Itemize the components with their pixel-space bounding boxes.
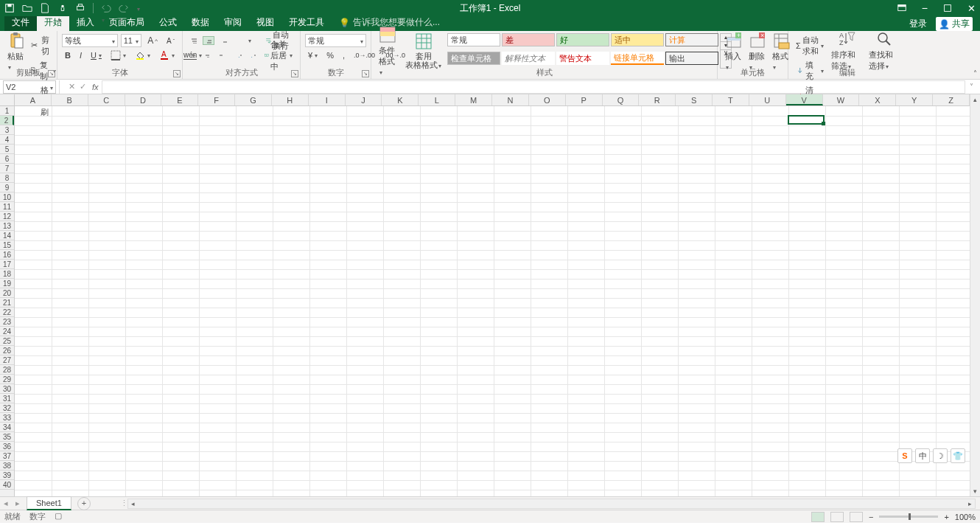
row-header[interactable]: 36 [0,442,14,451]
shrink-font-button[interactable]: Aˇ [164,35,178,46]
macro-record-icon[interactable]: ▢ [55,511,62,522]
row-header[interactable]: 7 [0,164,14,173]
row-header[interactable]: 23 [0,317,14,327]
align-middle-button[interactable] [203,36,215,46]
orientation-button[interactable]: ab [239,36,254,46]
enter-formula-button[interactable]: ✓ [80,82,86,91]
row-header[interactable]: 2 [0,116,14,125]
column-header[interactable]: T [713,94,749,105]
clipboard-launcher[interactable]: ↘ [48,70,55,77]
zoom-in-button[interactable]: + [944,513,948,521]
zoom-out-button[interactable]: − [869,513,873,521]
row-header[interactable]: 6 [0,154,14,164]
style-bad[interactable]: 差 [502,33,555,46]
decrease-indent-button[interactable] [234,52,245,60]
tab-insert[interactable]: 插入 [69,14,102,31]
row-header[interactable]: 21 [0,298,14,308]
tab-formulas[interactable]: 公式 [152,14,184,31]
add-sheet-button[interactable]: + [77,497,91,510]
cancel-formula-button[interactable]: ✕ [69,82,75,91]
row-header[interactable]: 37 [0,451,14,461]
row-header[interactable]: 31 [0,394,14,403]
row-header[interactable]: 17 [0,260,14,269]
font-launcher[interactable]: ↘ [173,70,181,77]
column-header[interactable]: H [272,94,309,105]
scroll-left-button[interactable]: ◂ [128,499,139,508]
column-header[interactable]: I [309,94,346,105]
accounting-format-button[interactable]: ¥ [305,49,321,61]
view-normal-button[interactable] [811,512,825,522]
scroll-right-button[interactable]: ▸ [965,499,975,508]
column-header[interactable]: X [859,94,896,105]
expand-formula-bar-button[interactable]: ˅ [970,83,980,91]
horizontal-scrollbar[interactable]: ◂ ▸ [127,499,976,509]
share-button[interactable]: 👤共享 [936,17,973,31]
scroll-up-button[interactable]: ▴ [970,94,980,105]
border-button[interactable] [108,49,129,62]
column-header[interactable]: Y [896,94,933,105]
column-header[interactable]: S [676,94,713,105]
row-header[interactable]: 12 [0,212,14,221]
collapse-ribbon-button[interactable]: ˄ [973,69,977,77]
column-header[interactable]: O [529,94,566,105]
font-name-combo[interactable]: 等线 [62,34,118,47]
underline-button[interactable]: U [88,49,105,61]
view-page-break-button[interactable] [850,512,863,522]
row-header[interactable]: 1 [0,106,14,116]
select-all-button[interactable] [0,94,15,106]
row-header[interactable]: 16 [0,250,14,260]
row-header[interactable]: 32 [0,403,14,413]
ime-skin-icon[interactable]: 👕 [951,448,965,463]
vertical-scrollbar[interactable]: ▴ ▾ [970,94,980,496]
style-link[interactable]: 链接单元格 [611,52,664,65]
row-header[interactable]: 15 [0,240,14,250]
row-header[interactable]: 3 [0,125,14,135]
column-header[interactable]: L [419,94,455,105]
align-bottom-button[interactable] [217,36,230,46]
column-header[interactable]: Q [603,94,640,105]
row-header[interactable]: 25 [0,336,14,346]
align-center-button[interactable] [201,52,212,60]
row-header[interactable]: 14 [0,231,14,240]
touch-mode-icon[interactable] [57,3,68,13]
column-header[interactable]: F [198,94,235,105]
row-header[interactable]: 22 [0,308,14,317]
row-header[interactable]: 19 [0,279,14,288]
column-header[interactable]: M [455,94,492,105]
minimize-button[interactable]: − [922,2,928,14]
fill-color-button[interactable] [132,49,153,62]
ime-sogou-icon[interactable]: S [897,448,912,463]
alignment-launcher[interactable]: ↘ [291,70,298,77]
column-header[interactable]: V [786,94,823,105]
delete-cells-button[interactable]: ×删除 [746,33,769,69]
style-calc[interactable]: 计算 [665,33,718,46]
bold-button[interactable]: B [62,49,74,61]
column-header[interactable]: K [382,94,419,105]
style-normal[interactable]: 常规 [447,33,500,46]
fx-icon[interactable]: fx [92,83,99,91]
tab-review[interactable]: 审阅 [217,14,249,31]
row-header[interactable]: 20 [0,288,14,298]
row-header[interactable]: 24 [0,327,14,336]
open-folder-icon[interactable] [22,3,32,13]
sheet-tab-active[interactable]: Sheet1 [27,496,71,510]
column-header[interactable]: G [235,94,272,105]
grow-font-button[interactable]: A^ [144,34,161,47]
selected-cell[interactable] [788,115,825,125]
column-header[interactable]: P [566,94,603,105]
row-header[interactable]: 26 [0,346,14,355]
number-format-combo[interactable]: 常规 [305,34,366,47]
comma-button[interactable]: , [340,49,348,61]
cut-button[interactable]: ✂剪切 [28,33,59,58]
row-header[interactable]: 40 [0,480,14,490]
close-button[interactable]: ✕ [967,3,976,14]
tab-page-layout[interactable]: 页面布局 [102,14,152,31]
style-warn[interactable]: 警告文本 [556,52,609,65]
tab-home[interactable]: 开始 [37,14,69,31]
font-color-button[interactable]: A [156,49,178,62]
column-header[interactable]: C [88,94,125,105]
align-right-button[interactable] [215,52,226,60]
ribbon-display-options-icon[interactable] [897,3,907,13]
percent-button[interactable]: % [323,49,337,61]
row-header[interactable]: 30 [0,384,14,394]
